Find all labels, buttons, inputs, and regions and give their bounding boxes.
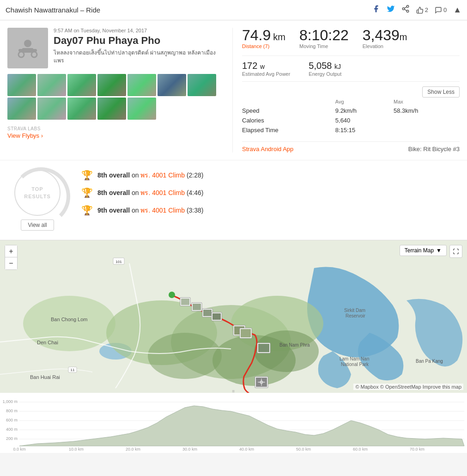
expand-icon[interactable]: ▲ (453, 5, 461, 15)
svg-point-0 (406, 6, 409, 8)
photo-row-2 (7, 98, 225, 120)
svg-rect-40 (212, 313, 221, 320)
table-row: Elapsed Time 8:15:15 (242, 125, 460, 135)
stats-row-top: 74.9 km Distance (7) 8:10:22 Moving Time… (242, 28, 460, 49)
top-header: Chawish Nawattranakul – Ride 2 0 ▲ (0, 0, 467, 20)
svg-point-2 (406, 10, 409, 12)
show-less-button[interactable]: Show Less (422, 86, 460, 98)
elapsed-value: 8:15:15 (335, 125, 394, 135)
elapsed-label: Elapsed Time (242, 125, 335, 135)
zoom-out-button[interactable]: − (5, 257, 17, 269)
speed-label: Speed (242, 106, 335, 116)
zoom-in-button[interactable]: + (5, 245, 17, 257)
view-flybys-link[interactable]: View Flybys › (7, 132, 43, 139)
photo-thumb[interactable] (37, 98, 66, 120)
photo-thumb[interactable] (37, 74, 66, 96)
activity-header: 9:57 AM on Tuesday, November 14, 2017 Da… (7, 28, 225, 68)
svg-point-1 (402, 8, 405, 10)
result-text: 9th overall on พร. 4001 Climb (3:38) (97, 205, 203, 215)
elevation-value: 3,439m (363, 28, 407, 43)
map-section: 101 11 Ban Chong Lom Den Chai Ban Huai R… (0, 240, 467, 393)
left-panel: 9:57 AM on Tuesday, November 14, 2017 Da… (7, 28, 225, 153)
photo-thumb[interactable] (7, 98, 36, 120)
svg-text:200 m: 200 m (6, 436, 18, 441)
photo-thumb[interactable] (127, 98, 156, 120)
result-text: 8th overall on พร. 4001 Climb (4:46) (97, 188, 203, 198)
svg-rect-34 (181, 299, 189, 305)
trophy-icon: 🏆 (81, 205, 93, 216)
main-content: 9:57 AM on Tuesday, November 14, 2017 Da… (0, 20, 467, 240)
share-icon[interactable] (401, 5, 410, 15)
badge-circle: TOP RESULTS (14, 170, 61, 216)
svg-text:40.0 km: 40.0 km (239, 447, 254, 452)
bike-info: Bike: Rit Bicycle #3 (408, 146, 460, 153)
photo-thumb[interactable] (67, 98, 96, 120)
result-item: 🏆 8th overall on พร. 4001 Climb (2:28) (81, 170, 460, 181)
photo-thumb[interactable] (127, 74, 156, 96)
svg-text:10.0 km: 10.0 km (69, 447, 84, 452)
moving-time-label: Moving Time (299, 43, 349, 49)
stat-moving-time: 8:10:22 Moving Time (299, 28, 349, 49)
energy-label: Energy Output (309, 71, 341, 77)
segment-link[interactable]: พร. 4001 Climb (140, 207, 185, 214)
fullscreen-button[interactable] (449, 245, 462, 258)
svg-text:101: 101 (115, 260, 122, 264)
elevation-section: 1,000 m 800 m 600 m 400 m 200 m 0.0 km 1… (0, 393, 467, 453)
svg-text:Ban Nam Phra: Ban Nam Phra (279, 342, 310, 348)
stat-energy: 5,058 kJ Energy Output (309, 61, 341, 77)
segment-link[interactable]: พร. 4001 Climb (140, 171, 185, 179)
svg-text:Ban Pa Kang: Ban Pa Kang (416, 359, 443, 364)
svg-text:Sirkit Dam: Sirkit Dam (344, 308, 365, 313)
strava-labs-label: STRAVA LABS (7, 126, 225, 131)
activity-title: Day07 Phu Phaya Pho (54, 35, 225, 47)
strava-source-link[interactable]: Strava Android App (242, 146, 293, 153)
svg-line-3 (404, 9, 406, 11)
energy-value: 5,058 kJ (309, 61, 341, 71)
top-results-badge: TOP RESULTS View all (7, 170, 67, 231)
photo-thumb[interactable] (158, 74, 186, 96)
results-list: 🏆 8th overall on พร. 4001 Climb (2:28) 🏆… (81, 170, 460, 216)
top-results-section: TOP RESULTS View all 🏆 8th overall on พร… (0, 160, 467, 240)
like-count[interactable]: 2 (416, 6, 428, 14)
svg-text:1,000 m: 1,000 m (2, 399, 18, 404)
svg-text:30.0 km: 30.0 km (182, 447, 197, 452)
twitter-icon[interactable] (387, 5, 395, 15)
speed-avg: 9.2km/h (335, 106, 394, 116)
facebook-icon[interactable] (372, 5, 380, 15)
trophy-icon: 🏆 (81, 187, 93, 198)
power-value: 172 w (242, 61, 290, 71)
photo-thumb[interactable] (97, 74, 126, 96)
svg-text:Den Chai: Den Chai (37, 340, 58, 345)
segment-link[interactable]: พร. 4001 Climb (140, 189, 185, 196)
distance-label: Distance (7) (242, 43, 285, 49)
table-row: Calories 5,640 (242, 116, 460, 125)
photo-thumb[interactable] (67, 74, 96, 96)
col-header-avg: Avg (335, 98, 394, 106)
activity-date: 9:57 AM on Tuesday, November 14, 2017 (54, 28, 225, 33)
map-controls: + − (5, 245, 18, 270)
photo-thumb[interactable] (188, 74, 216, 96)
svg-text:50.0 km: 50.0 km (296, 447, 311, 452)
activity-desc: ไหลลงจากดอยเส็งขึ้นไปท่าปลาอุตรดิตต์ ผ่า… (54, 49, 225, 65)
result-item: 🏆 9th overall on พร. 4001 Climb (3:38) (81, 205, 460, 216)
svg-text:National Park: National Park (341, 362, 369, 367)
svg-point-32 (169, 292, 175, 298)
svg-text:Reservoir: Reservoir (346, 313, 365, 318)
photo-thumb[interactable] (7, 74, 36, 96)
comment-count[interactable]: 0 (435, 6, 447, 14)
map-svg: 101 11 Ban Chong Lom Den Chai Ban Huai R… (0, 240, 467, 393)
elevation-label: Elevation (363, 43, 407, 49)
chevron-down-icon: ▼ (436, 247, 442, 254)
photo-thumb[interactable] (97, 98, 126, 120)
svg-text:70.0 km: 70.0 km (410, 447, 425, 452)
stat-elevation: 3,439m Elevation (363, 28, 407, 49)
svg-text:Ban Huai Rai: Ban Huai Rai (30, 374, 60, 380)
speed-max: 58.3km/h (394, 106, 460, 116)
svg-rect-38 (203, 310, 212, 316)
table-row: Speed 9.2km/h 58.3km/h (242, 106, 460, 116)
svg-text:Ban Chong Lom: Ban Chong Lom (51, 317, 88, 322)
map-drag-handle[interactable]: ≡ (224, 389, 243, 393)
map-type-button[interactable]: Terrain Map ▼ (400, 245, 447, 256)
svg-text:400 m: 400 m (6, 427, 18, 432)
moving-time-value: 8:10:22 (299, 28, 349, 43)
